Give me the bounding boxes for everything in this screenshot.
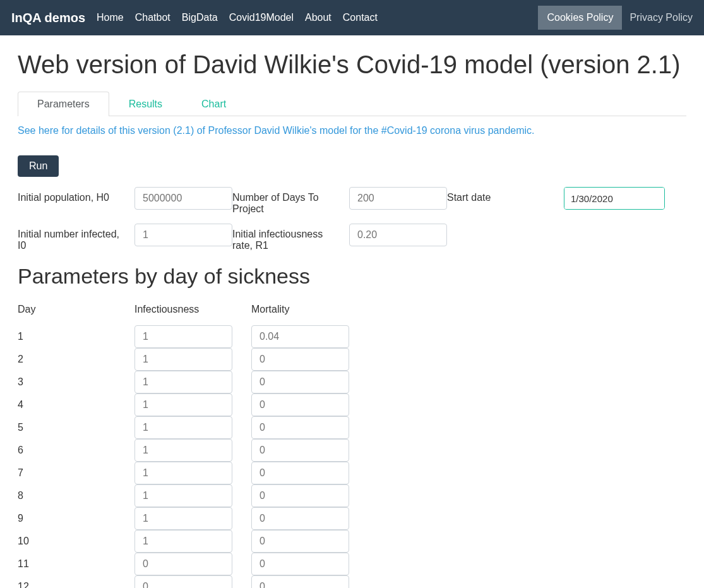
day-label: 1 <box>18 325 134 348</box>
input-initial-population[interactable] <box>134 187 232 210</box>
input-infectiousness[interactable] <box>134 371 232 393</box>
label-initial-infected: Initial number infected, I0 <box>18 224 134 256</box>
nav-link-about[interactable]: About <box>305 12 331 23</box>
run-button[interactable]: Run <box>18 155 59 177</box>
input-infectiousness[interactable] <box>134 462 232 484</box>
tabs: Parameters Results Chart <box>18 92 686 116</box>
day-label: 7 <box>18 462 134 484</box>
input-infectiousness[interactable] <box>134 439 232 462</box>
input-mortality[interactable] <box>251 507 349 530</box>
nav-link-contact[interactable]: Contact <box>343 12 378 23</box>
input-mortality[interactable] <box>251 393 349 416</box>
day-header-infectiousness: Infectiousness <box>134 304 251 325</box>
input-infectiousness[interactable] <box>134 484 232 507</box>
input-infectiousness[interactable] <box>134 575 232 588</box>
label-days-to-project: Number of Days To Project <box>232 187 349 220</box>
label-initial-population: Initial population, H0 <box>18 187 134 208</box>
date-picker <box>564 187 665 210</box>
nav-link-home[interactable]: Home <box>97 12 124 23</box>
page-title: Web version of David Wilkie's Covid-19 m… <box>18 51 686 79</box>
day-label: 8 <box>18 484 134 507</box>
day-label: 2 <box>18 348 134 371</box>
input-mortality[interactable] <box>251 553 349 575</box>
day-label: 11 <box>18 553 134 575</box>
input-infectiousness[interactable] <box>134 393 232 416</box>
brand[interactable]: InQA demos <box>11 11 85 25</box>
input-mortality[interactable] <box>251 530 349 553</box>
input-infectiousness[interactable] <box>134 553 232 575</box>
nav-link-covid19model[interactable]: Covid19Model <box>229 12 294 23</box>
parameters-by-day-title: Parameters by day of sickness <box>18 264 686 289</box>
input-initial-infected[interactable] <box>134 224 232 246</box>
input-mortality[interactable] <box>251 462 349 484</box>
day-label: 12 <box>18 575 134 588</box>
day-label: 6 <box>18 439 134 462</box>
input-mortality[interactable] <box>251 416 349 439</box>
info-link[interactable]: See here for details of this version (2.… <box>18 125 686 136</box>
day-label: 9 <box>18 507 134 530</box>
input-mortality[interactable] <box>251 348 349 371</box>
day-label: 5 <box>18 416 134 439</box>
tab-chart[interactable]: Chart <box>182 92 246 116</box>
input-mortality[interactable] <box>251 371 349 393</box>
day-label: 4 <box>18 393 134 416</box>
label-start-date: Start date <box>447 187 564 208</box>
input-days-to-project[interactable] <box>349 187 447 210</box>
day-grid: Day Infectiousness Mortality 12345678910… <box>18 304 686 588</box>
navbar: InQA demos Home Chatbot BigData Covid19M… <box>0 0 704 35</box>
input-infectiousness[interactable] <box>134 507 232 530</box>
input-mortality[interactable] <box>251 484 349 507</box>
navbar-left: InQA demos Home Chatbot BigData Covid19M… <box>11 11 378 25</box>
day-header-day: Day <box>18 304 134 325</box>
input-start-date[interactable] <box>564 188 665 209</box>
cookies-policy-link[interactable]: Cookies Policy <box>538 6 622 30</box>
input-initial-infectiousness-rate[interactable] <box>349 224 447 246</box>
day-label: 3 <box>18 371 134 393</box>
privacy-policy-link[interactable]: Privacy Policy <box>622 6 693 30</box>
label-initial-infectiousness-rate: Initial infectiousness rate, R1 <box>232 224 349 256</box>
day-header-mortality: Mortality <box>251 304 349 325</box>
navbar-right: Cookies Policy Privacy Policy <box>538 6 693 30</box>
input-mortality[interactable] <box>251 325 349 348</box>
nav-links: Home Chatbot BigData Covid19Model About … <box>97 12 378 23</box>
input-infectiousness[interactable] <box>134 530 232 553</box>
tab-parameters[interactable]: Parameters <box>18 92 109 116</box>
input-infectiousness[interactable] <box>134 348 232 371</box>
input-mortality[interactable] <box>251 439 349 462</box>
main-container: Web version of David Wilkie's Covid-19 m… <box>0 35 704 588</box>
nav-link-bigdata[interactable]: BigData <box>182 12 218 23</box>
tab-results[interactable]: Results <box>109 92 182 116</box>
input-infectiousness[interactable] <box>134 325 232 348</box>
day-label: 10 <box>18 530 134 553</box>
input-mortality[interactable] <box>251 575 349 588</box>
input-infectiousness[interactable] <box>134 416 232 439</box>
param-grid: Initial population, H0 Number of Days To… <box>18 187 686 260</box>
nav-link-chatbot[interactable]: Chatbot <box>135 12 170 23</box>
